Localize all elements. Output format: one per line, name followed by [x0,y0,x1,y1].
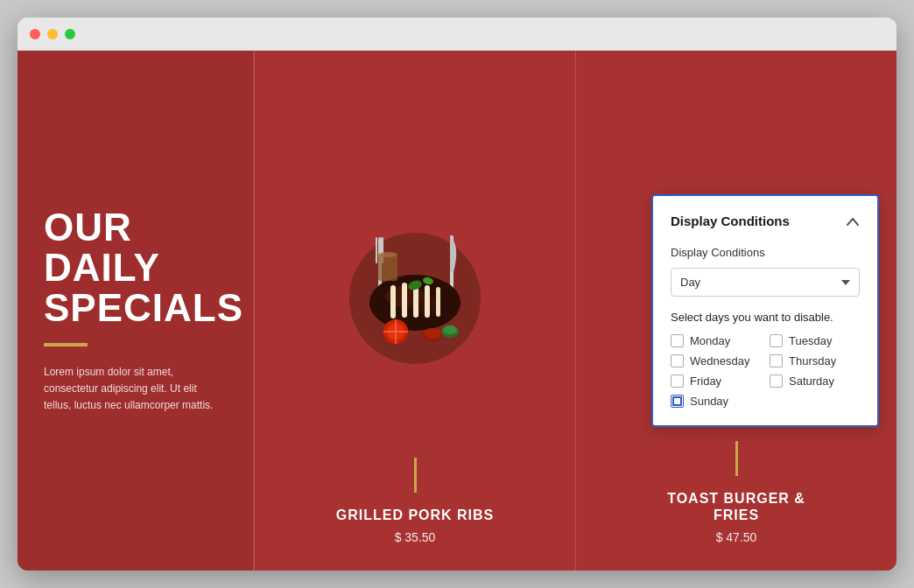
day-sunday-label: Sunday [690,395,728,408]
traffic-light-red[interactable] [30,29,40,39]
panel-title: Display Conditions [671,214,790,228]
day-friday-label: Friday [690,374,721,388]
traffic-light-yellow[interactable] [47,29,58,39]
menu-gold-line-2 [735,441,738,476]
day-tuesday-item[interactable]: Tuesday [770,334,860,347]
day-sunday-item[interactable]: Sunday [671,395,860,408]
disable-label: Select days you want to disable. [671,311,860,324]
day-wednesday-label: Wednesday [690,354,749,368]
day-monday-label: Monday [690,334,730,347]
dish-name-1: GRILLED PORK RIBS [336,507,495,523]
dish-name-2: TOAST BURGER & FRIES [667,490,805,523]
day-tuesday-checkbox[interactable] [770,334,783,347]
svg-rect-2 [376,237,377,263]
food-image-1 [310,185,520,395]
browser-titlebar [18,18,896,51]
restaurant-page: OUR DAILY SPECIALS Lorem ipsum dolor sit… [18,51,896,570]
day-saturday-label: Saturday [789,374,834,388]
day-wednesday-item[interactable]: Wednesday [671,354,761,368]
svg-point-18 [424,328,441,339]
svg-rect-11 [425,285,430,318]
headline-line2: DAILY [44,248,227,288]
headline: OUR DAILY SPECIALS [44,207,227,329]
menu-item-1: GRILLED PORK RIBS $ 35.50 [254,51,575,570]
svg-rect-9 [402,283,407,318]
day-tuesday-label: Tuesday [789,334,832,347]
svg-rect-21 [378,255,397,281]
collapse-button[interactable] [846,214,860,228]
day-sunday-checkbox[interactable] [671,395,684,408]
svg-rect-8 [390,285,396,318]
svg-point-20 [443,326,457,334]
day-friday-item[interactable]: Friday [671,374,761,388]
panel-header: Display Conditions [671,214,860,228]
svg-rect-12 [436,287,440,317]
subtitle-text: Lorem ipsum dolor sit amet, consectetur … [44,364,227,415]
browser-window: OUR DAILY SPECIALS Lorem ipsum dolor sit… [18,18,896,570]
day-monday-item[interactable]: Monday [671,334,761,347]
day-dropdown[interactable]: Day Week Month [671,268,860,297]
day-friday-checkbox[interactable] [671,374,684,388]
headline-line1: OUR [44,207,227,248]
day-saturday-checkbox[interactable] [770,374,783,388]
display-conditions-label: Display Conditions [671,246,860,259]
menu-gold-line-1 [414,458,417,493]
left-panel: OUR DAILY SPECIALS Lorem ipsum dolor sit… [18,51,254,570]
day-thursday-item[interactable]: Thursday [770,354,860,368]
traffic-light-green[interactable] [65,29,75,39]
headline-line3: SPECIALS [44,288,227,328]
day-saturday-item[interactable]: Saturday [770,374,860,388]
browser-content: OUR DAILY SPECIALS Lorem ipsum dolor sit… [18,51,896,570]
day-monday-checkbox[interactable] [671,334,684,347]
dish-price-1: $ 35.50 [395,530,436,544]
days-grid: Monday Tuesday Wednesday T [671,334,860,388]
day-wednesday-checkbox[interactable] [671,354,684,368]
gold-divider [44,343,88,346]
day-thursday-label: Thursday [789,354,836,368]
day-thursday-checkbox[interactable] [770,354,783,368]
dish-price-2: $ 47.50 [716,530,757,544]
svg-point-22 [378,252,397,257]
display-conditions-panel: Display Conditions Display Conditions Da… [651,194,879,427]
